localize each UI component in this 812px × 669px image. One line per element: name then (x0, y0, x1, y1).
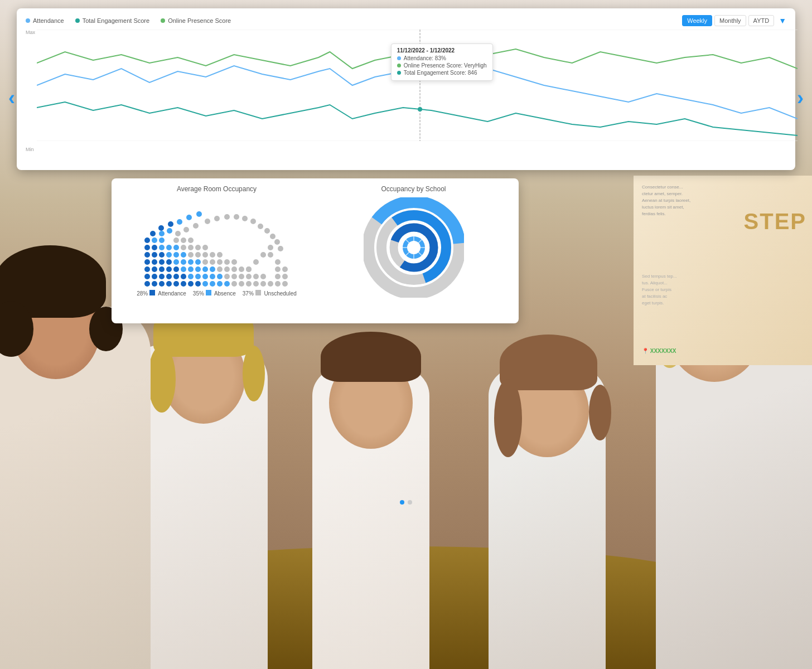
svg-point-97 (188, 245, 194, 250)
filter-icon[interactable]: ▼ (779, 16, 786, 25)
legend-attendance: Attendance (26, 17, 64, 24)
svg-point-29 (144, 252, 150, 258)
svg-point-23 (166, 266, 172, 272)
pagination-dot-2[interactable] (408, 500, 412, 505)
svg-point-37 (168, 221, 173, 227)
person-4 (489, 301, 611, 669)
weekly-button[interactable]: Weekly (682, 15, 712, 26)
svg-point-27 (159, 259, 165, 265)
online-dot (161, 18, 165, 23)
svg-point-53 (181, 259, 186, 265)
svg-point-12 (188, 281, 194, 287)
svg-point-81 (217, 266, 223, 272)
svg-point-19 (181, 274, 186, 279)
donut-chart-svg (364, 197, 464, 298)
svg-point-126 (282, 274, 288, 279)
right-text-panel: Consectetur conse... ctetur amet, semper… (634, 176, 812, 365)
svg-point-108 (224, 214, 230, 220)
svg-point-99 (202, 245, 208, 250)
legend-engagement: Total Engagement Score (75, 17, 149, 24)
right-text-secondary: Sed tempus tep... tus. Aliquot... Fusce … (642, 273, 804, 307)
svg-point-30 (152, 252, 157, 258)
svg-point-44 (202, 274, 208, 279)
nav-arrow-right[interactable]: › (797, 86, 804, 110)
svg-point-82 (224, 266, 230, 272)
svg-point-116 (278, 246, 283, 251)
attendance-label: Attendance (33, 17, 64, 24)
svg-point-15 (152, 274, 157, 279)
tooltip-engagement: Total Engagement Score: 846 (397, 70, 487, 76)
svg-point-110 (242, 216, 248, 221)
svg-point-42 (188, 274, 194, 279)
svg-point-41 (224, 281, 230, 287)
svg-point-66 (177, 219, 182, 225)
pagination-dot-1[interactable] (400, 500, 404, 505)
svg-point-78 (246, 274, 252, 279)
room-occupancy-title: Average Room Occupancy (177, 185, 257, 193)
pagination-dots (400, 500, 412, 505)
svg-point-125 (282, 266, 288, 272)
svg-point-121 (268, 252, 273, 258)
svg-point-28 (166, 259, 172, 265)
svg-point-64 (159, 231, 165, 236)
svg-point-79 (253, 274, 259, 279)
room-occupancy-legend: 28% Attendance 35% Absence 37% Unschedul… (137, 290, 297, 297)
monthly-button[interactable]: Monthly (714, 15, 746, 26)
aytd-button[interactable]: AYTD (748, 15, 775, 26)
svg-point-114 (270, 234, 276, 239)
svg-point-63 (159, 237, 165, 243)
svg-point-52 (173, 259, 179, 265)
svg-point-35 (150, 231, 156, 236)
svg-point-72 (253, 281, 259, 287)
svg-point-56 (166, 252, 172, 258)
tooltip-engagement-value: Total Engagement Score: 846 (404, 70, 477, 76)
engagement-dot (75, 18, 80, 23)
svg-point-104 (183, 227, 189, 232)
svg-point-83 (231, 266, 237, 272)
svg-point-5 (418, 107, 422, 112)
svg-point-6 (144, 281, 150, 287)
online-presence-label: Online Presence Score (168, 17, 231, 24)
svg-point-54 (188, 259, 194, 265)
legend-unscheduled-pct: 37% Unscheduled (243, 290, 297, 297)
svg-point-55 (195, 259, 201, 265)
svg-point-123 (275, 266, 281, 272)
svg-point-124 (275, 274, 281, 279)
svg-point-80 (260, 274, 266, 279)
bottom-label: 📍 XXXXXXX (642, 348, 676, 354)
svg-point-7 (152, 281, 157, 287)
svg-point-48 (188, 266, 194, 272)
engagement-label: Total Engagement Score (83, 17, 149, 24)
svg-point-91 (188, 252, 194, 258)
svg-point-61 (173, 245, 179, 250)
chart-legend: Attendance Total Engagement Score Online… (26, 17, 231, 24)
svg-point-69 (231, 281, 237, 287)
svg-point-112 (258, 224, 263, 229)
room-occupancy-section: Average Room Occupancy (118, 185, 315, 317)
tooltip-online-value: Online Presence Score: VeryHigh (404, 62, 487, 69)
svg-point-17 (166, 274, 172, 279)
svg-point-89 (224, 259, 230, 265)
svg-point-95 (217, 252, 223, 258)
nav-arrow-left[interactable]: ‹ (8, 86, 15, 110)
svg-point-9 (166, 281, 172, 287)
line-chart-area: Max Min 11/12/2022 - 1/12/2022 Attendanc… (26, 30, 786, 152)
svg-point-45 (210, 274, 215, 279)
svg-point-39 (210, 281, 215, 287)
svg-point-34 (144, 237, 150, 243)
time-controls: Weekly Monthly AYTD ▼ (682, 15, 786, 26)
svg-point-21 (152, 266, 157, 272)
svg-point-11 (181, 281, 186, 287)
svg-point-51 (210, 266, 215, 272)
svg-point-58 (181, 252, 186, 258)
svg-point-106 (205, 219, 210, 224)
svg-point-71 (246, 281, 252, 287)
svg-point-31 (159, 252, 165, 258)
svg-point-92 (195, 252, 201, 258)
svg-point-75 (224, 274, 230, 279)
svg-point-120 (246, 266, 252, 272)
svg-point-24 (173, 266, 179, 272)
svg-point-57 (173, 252, 179, 258)
school-occupancy-title: Occupancy by School (381, 185, 446, 193)
dot-chart (133, 197, 301, 287)
